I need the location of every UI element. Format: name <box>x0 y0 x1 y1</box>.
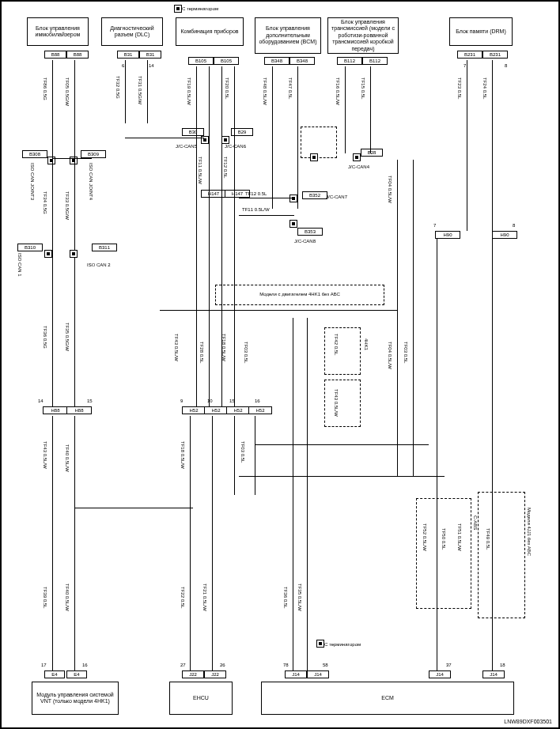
conn-b353: B353 <box>297 228 323 236</box>
box-4jj1 <box>478 492 525 618</box>
w-tf22: TF22 0.5L <box>180 587 185 608</box>
w-tf20: TF20 0.5L <box>225 77 229 99</box>
w-tf05: TF05 0.5G/W <box>65 77 70 106</box>
box-abs-4hk1: Модели с двигателем 4HK1 без АБС <box>215 285 384 305</box>
w-tf31: TF31 0.5G/W <box>138 76 142 104</box>
lbl-jc4: J/C-CAN4 <box>348 164 369 169</box>
conn-b88b: B88 <box>66 51 89 59</box>
w-tf36: TF36 0.5G <box>43 326 47 349</box>
box-vnt: Модуль управления системой VNT (только м… <box>32 682 119 715</box>
conn-b112b: B112 <box>362 57 388 65</box>
box-cabs <box>416 498 471 609</box>
label-bottom: С терминатором <box>324 642 361 647</box>
conn-b105b: B105 <box>214 57 239 65</box>
conn-b31a: B31 <box>117 51 139 59</box>
box-trans: Блок управления трансмиссией (модели с р… <box>327 17 399 54</box>
conn-b112a: B112 <box>337 57 362 65</box>
conn-b311: B311 <box>92 244 117 251</box>
w-tf35: TF35 0.5G/W <box>65 323 70 351</box>
box-immob: Блок управления иммобилайзером <box>27 17 89 46</box>
conn-j22a: J22 <box>182 670 204 678</box>
w-tf52: TF52 0.5L/W <box>422 523 427 551</box>
w-tf12b: TF12 0.5L <box>245 191 267 196</box>
conn-j14a: J14 <box>285 670 307 678</box>
conn-j14d: J14 <box>482 670 505 678</box>
w-tf43b: TF43 0.5L/W <box>334 389 339 417</box>
conn-h147a: H147 <box>201 190 226 198</box>
conn-h52d: H52 <box>248 406 272 414</box>
w-tf51: TF51 0.5L/W <box>457 523 462 551</box>
lbl-iso2: ISO CAN JOINT4 <box>89 163 93 200</box>
lbl-jc5: J/C-CAN5 <box>176 144 197 149</box>
conn-b88a: B88 <box>44 51 66 59</box>
w-tf03a: TF03 0.5L <box>244 342 248 363</box>
joint-b27-box <box>301 127 337 158</box>
conn-b105a: B105 <box>188 57 214 65</box>
conn-h52c: H52 <box>226 406 250 414</box>
lbl-jc7: J/C-CAN7 <box>326 195 347 199</box>
w-tf18b: TF18 0.5L/W <box>180 441 185 469</box>
conn-h90a: H90 <box>435 231 460 239</box>
conn-j22b: J22 <box>204 670 226 678</box>
w-tf11: TF11 0.5L/W <box>198 157 202 184</box>
conn-e4b: E4 <box>66 670 87 678</box>
joint-icon <box>44 250 52 258</box>
w-tf48: TF48 0.5L/W <box>263 77 267 105</box>
conn-b231b: B231 <box>482 51 508 59</box>
conn-h88a: H88 <box>43 406 68 414</box>
conn-b352: B352 <box>302 191 327 199</box>
w-tf12: TF12 0.5L <box>223 157 228 178</box>
conn-h52a: H52 <box>182 406 206 414</box>
w-tf24: TF24 0.5L <box>482 77 487 99</box>
conn-h52b: H52 <box>204 406 228 414</box>
lbl-iso1: ISO CAN JOINT3 <box>30 163 35 200</box>
w-tf49: TF49 0.5L <box>486 528 490 550</box>
box-4hk1-small <box>324 327 361 375</box>
box-drm: Блок памяти (DRM) <box>449 17 513 46</box>
w-tf43c: TF43 0.5L/W <box>43 441 47 469</box>
joint-icon <box>221 136 229 144</box>
w-tf28: TF28 0.5L <box>199 342 204 363</box>
lbl-isocan1: ISO CAN 1 <box>17 253 22 277</box>
conn-b31b: B31 <box>139 51 161 59</box>
conn-j14c: J14 <box>429 670 451 678</box>
joint-icon <box>310 153 318 161</box>
conn-h90b: H90 <box>492 231 517 239</box>
w-tf43a: TF43 0.5L/W <box>174 334 179 361</box>
w-tf34: TF34 0.5G <box>43 191 47 214</box>
w-tf04b: TF04 0.5L/W <box>388 342 392 369</box>
joint-icon <box>353 153 361 161</box>
w-tf04a: TF04 0.5L/W <box>388 176 392 203</box>
conn-b308: B308 <box>22 150 47 158</box>
w-tf39a: TF39 0.5L <box>43 587 47 608</box>
conn-j14b: J14 <box>307 670 329 678</box>
joint-icon <box>289 195 297 202</box>
w-tf40a: TF40 0.5L/W <box>65 444 70 472</box>
w-tf36b: TF36 0.5L <box>283 587 288 608</box>
footer-code: LNW89DXF003501 <box>504 719 552 724</box>
conn-b309: B309 <box>81 150 106 158</box>
lbl-jc6: J/C-CAN6 <box>225 144 246 149</box>
box-ehcu: EHCU <box>169 682 233 715</box>
w-tf03b: TF03 0.5L <box>403 342 408 363</box>
lbl-4hk1: 4HK1 <box>364 338 369 350</box>
w-tf32: TF32 0.5G <box>115 76 120 99</box>
joint-icon <box>70 250 78 258</box>
conn-b30: B30 <box>182 128 204 136</box>
w-tf15: TF15 0.5L <box>361 77 365 99</box>
box-dash2 <box>324 380 361 427</box>
w-tf33: TF33 0.5G/W <box>65 191 70 220</box>
lbl-jc8: J/C-CAN8 <box>294 239 316 244</box>
w-tf11b: TF11 0.5L/W <box>242 207 270 212</box>
box-combi: Комбинация приборов <box>176 17 244 46</box>
w-tf50: TF50 0.5L <box>441 528 446 550</box>
box-ecm: ECM <box>261 682 514 715</box>
conn-b310: B310 <box>17 244 43 251</box>
terminator-icon <box>316 640 324 648</box>
conn-h88b: H88 <box>66 406 92 414</box>
conn-b348b: B348 <box>289 57 315 65</box>
w-tf16: TF16 0.5L/W <box>335 77 340 105</box>
joint-icon <box>289 220 297 228</box>
w-tf21: TF21 0.5L/W <box>202 584 207 611</box>
w-tf23: TF23 0.5L <box>457 77 462 99</box>
